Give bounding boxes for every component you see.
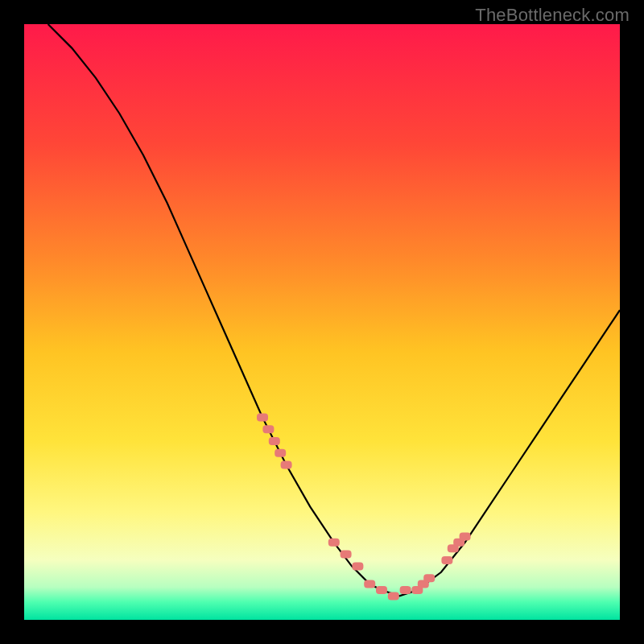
- marker-point: [275, 449, 286, 457]
- marker-point: [376, 586, 387, 594]
- marker-point: [352, 562, 363, 570]
- chart-plot-area: [24, 24, 620, 620]
- marker-point: [328, 539, 340, 547]
- marker-point: [388, 592, 399, 600]
- marker-point: [441, 556, 452, 564]
- marker-point: [262, 425, 274, 433]
- marker-point: [423, 574, 435, 582]
- marker-point: [281, 461, 292, 469]
- marker-point: [460, 532, 471, 540]
- chart-svg: [24, 24, 620, 620]
- marker-point: [400, 586, 411, 594]
- watermark-text: TheBottleneck.com: [475, 5, 630, 26]
- chart-background: [24, 24, 620, 620]
- marker-point: [364, 580, 375, 588]
- marker-point: [257, 413, 268, 421]
- marker-point: [341, 551, 352, 559]
- marker-point: [269, 437, 280, 445]
